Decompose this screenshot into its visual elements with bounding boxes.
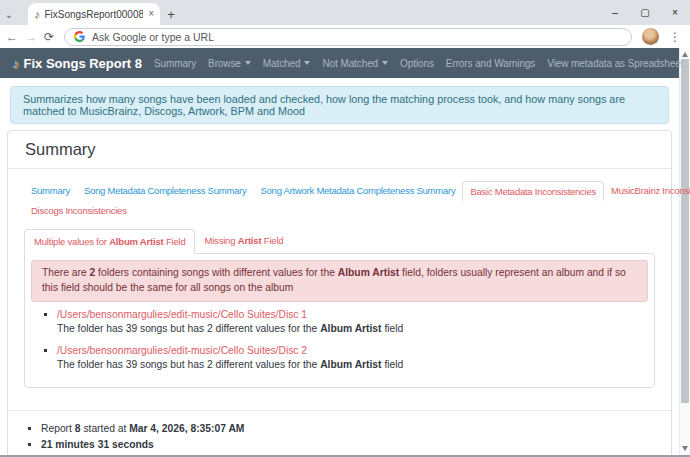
- report-duration-item: 21 minutes 31 seconds: [41, 437, 655, 453]
- google-logo-icon: [74, 31, 85, 42]
- folder-description: The folder has 39 songs but has 2 differ…: [57, 323, 648, 334]
- tab-search-chevron-icon[interactable]: ⌄: [0, 4, 18, 25]
- inconsistency-subtabs: Multiple values for Album Artist Field M…: [24, 229, 655, 253]
- nav-item-errors-warnings[interactable]: Errors and Warnings: [446, 58, 535, 69]
- minimize-button[interactable]: –: [600, 0, 630, 25]
- summary-panel: Summary Summary Song Metadata Completene…: [7, 130, 672, 457]
- nav-item-not-matched[interactable]: Not Matched: [322, 58, 388, 69]
- back-icon[interactable]: ←: [6, 31, 18, 43]
- folder-description: The folder has 39 songs but has 2 differ…: [57, 359, 648, 370]
- tab-song-artwork-completeness[interactable]: Song Artwork Metadata Completeness Summa…: [254, 181, 463, 201]
- nav-label: Browse: [208, 58, 241, 69]
- subtab-label-bold: Album Artist: [109, 236, 163, 247]
- nav-label: Errors and Warnings: [446, 58, 535, 69]
- nav-item-options[interactable]: Options: [400, 58, 434, 69]
- subtab-label: Field: [163, 236, 185, 247]
- desc-text: field: [382, 323, 404, 334]
- scroll-down-icon[interactable]: [682, 446, 688, 451]
- subtab-missing-artist[interactable]: Missing Artist Field: [195, 229, 292, 253]
- desc-text: The folder has 39 songs but has 2 differ…: [57, 359, 320, 370]
- desc-text: The folder has 39 songs but has 2 differ…: [57, 323, 320, 334]
- subtab-label: Field: [261, 235, 283, 246]
- subtab-label-bold: Artist: [238, 235, 262, 246]
- caret-down-icon: [245, 61, 251, 65]
- nav-item-browse[interactable]: Browse: [208, 58, 251, 69]
- footer-text: Report: [41, 423, 75, 434]
- report-navbar: ♪Fix Songs Report 8 Summary Browse Match…: [0, 48, 679, 78]
- caret-down-icon: [304, 61, 310, 65]
- desc-field: Album Artist: [320, 359, 381, 370]
- nav-label: Summary: [154, 58, 196, 69]
- subtab-multiple-album-artist[interactable]: Multiple values for Album Artist Field: [24, 229, 195, 254]
- footer-text: started at: [81, 423, 130, 434]
- desc-field: Album Artist: [320, 323, 381, 334]
- nav-label: View metadata as Spreadsheet: [547, 58, 683, 69]
- browser-tab-strip: ⌄ ♪ FixSongsReport00008.html × + – ▢ ×: [0, 0, 690, 25]
- close-window-button[interactable]: ×: [660, 0, 690, 25]
- folder-link[interactable]: /Users/bensonmargulies/edit-music/Cello …: [57, 345, 307, 356]
- inconsistency-tab-content: There are 2 folders containing songs wit…: [24, 253, 655, 388]
- address-bar[interactable]: Ask Google or type a URL: [64, 28, 632, 46]
- folder-link[interactable]: /Users/bensonmargulies/edit-music/Cello …: [57, 309, 307, 320]
- refresh-icon[interactable]: ⟳: [44, 31, 54, 43]
- scroll-up-icon[interactable]: [682, 52, 688, 57]
- alert-text: folders containing songs with different …: [95, 267, 338, 278]
- nav-label: Options: [400, 58, 434, 69]
- forward-icon: →: [25, 31, 37, 43]
- browser-menu-icon[interactable]: ⋮: [666, 30, 684, 44]
- nav-item-view-spreadsheet[interactable]: View metadata as Spreadsheet: [547, 58, 683, 69]
- tab-summary[interactable]: Summary: [24, 181, 77, 201]
- report-page: ♪Fix Songs Report 8 Summary Browse Match…: [0, 48, 679, 455]
- new-tab-button[interactable]: +: [160, 3, 182, 25]
- page-title: Summary: [8, 131, 671, 169]
- desc-text: field: [382, 359, 404, 370]
- caret-down-icon: [382, 61, 388, 65]
- nav-label: Matched: [263, 58, 301, 69]
- duration: 21 minutes 31 seconds: [41, 439, 154, 450]
- alert-text: There are: [42, 267, 90, 278]
- nav-label: Not Matched: [322, 58, 378, 69]
- tab-musicbrainz-inconsistencies[interactable]: MusicBrainz Inconsistencies: [604, 181, 690, 201]
- summary-tabs-row-2: Discogs Inconsistencies: [24, 201, 655, 220]
- report-footer: Report 8 started at Mar 4, 2026, 8:35:07…: [8, 410, 671, 457]
- summary-tabs-row-1: Summary Song Metadata Completeness Summa…: [24, 181, 655, 201]
- nav-item-summary[interactable]: Summary: [154, 58, 196, 69]
- music-note-favicon-icon: ♪: [34, 9, 40, 20]
- folder-list: /Users/bensonmargulies/edit-music/Cello …: [31, 309, 648, 370]
- brand-label: Fix Songs Report 8: [24, 56, 142, 71]
- list-item: /Users/bensonmargulies/edit-music/Cello …: [57, 309, 648, 334]
- tab-title: FixSongsReport00008.html: [45, 9, 144, 20]
- alert-field: Album Artist: [338, 267, 399, 278]
- browser-window: { "browser": { "tab_title": "FixSongsRep…: [0, 0, 690, 457]
- report-times-list: Report 8 started at Mar 4, 2026, 8:35:07…: [24, 421, 655, 457]
- subtab-label: Multiple values for: [34, 236, 109, 247]
- summary-panel-body: Summary Song Metadata Completeness Summa…: [8, 169, 671, 410]
- music-note-logo-icon: ♪: [12, 57, 19, 70]
- start-timestamp: Mar 4, 2026, 8:35:07 AM: [129, 423, 244, 434]
- browser-tab[interactable]: ♪ FixSongsReport00008.html ×: [28, 3, 160, 25]
- brand[interactable]: ♪Fix Songs Report 8: [12, 56, 142, 71]
- list-item: /Users/bensonmargulies/edit-music/Cello …: [57, 345, 648, 370]
- browser-toolbar: ← → ⟳ Ask Google or type a URL ⋮: [0, 25, 690, 48]
- url-input[interactable]: Ask Google or type a URL: [92, 31, 214, 43]
- inconsistency-alert: There are 2 folders containing songs wit…: [31, 260, 648, 302]
- report-started-item: Report 8 started at Mar 4, 2026, 8:35:07…: [41, 421, 655, 437]
- tab-discogs-inconsistencies[interactable]: Discogs Inconsistencies: [24, 201, 134, 220]
- scrollbar-thumb[interactable]: [681, 59, 689, 403]
- profile-avatar[interactable]: [642, 28, 659, 45]
- tab-basic-metadata-inconsistencies[interactable]: Basic Metadata Inconsistencies: [462, 181, 604, 201]
- window-controls: – ▢ ×: [600, 0, 690, 25]
- maximize-button[interactable]: ▢: [630, 0, 660, 25]
- tab-song-metadata-completeness[interactable]: Song Metadata Completeness Summary: [77, 181, 254, 201]
- subtab-label: Missing: [204, 235, 237, 246]
- nav-item-matched[interactable]: Matched: [263, 58, 311, 69]
- summary-info-alert: Summarizes how many songs have been load…: [10, 86, 669, 124]
- page-scrollbar[interactable]: [679, 48, 690, 455]
- close-tab-icon[interactable]: ×: [148, 9, 154, 19]
